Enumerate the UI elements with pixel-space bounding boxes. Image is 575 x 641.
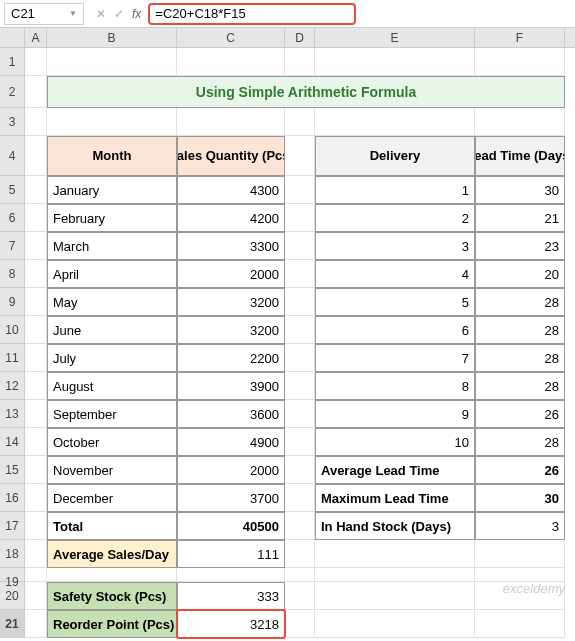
cell-leadtime[interactable]: 28 [475,288,565,316]
cell[interactable] [315,108,475,136]
cell-leadtime[interactable]: 20 [475,260,565,288]
cell[interactable] [285,48,315,76]
cell[interactable] [25,582,47,610]
cell[interactable] [475,540,565,568]
row-header[interactable]: 11 [0,344,25,372]
avg-lead-value[interactable]: 26 [475,456,565,484]
cell[interactable] [315,48,475,76]
cell[interactable] [25,540,47,568]
row-header[interactable]: 17 [0,512,25,540]
cell[interactable] [25,428,47,456]
cell-qty[interactable]: 4900 [177,428,285,456]
header-lead-time[interactable]: Lead Time (Days) [475,136,565,176]
cell-leadtime[interactable]: 28 [475,316,565,344]
header-month[interactable]: Month [47,136,177,176]
cell[interactable] [315,582,475,610]
cell[interactable] [285,288,315,316]
cell[interactable] [25,344,47,372]
cell[interactable] [475,568,565,582]
cell-month[interactable]: January [47,176,177,204]
col-header-D[interactable]: D [285,28,315,47]
row-header[interactable]: 3 [0,108,25,136]
reorder-point-label[interactable]: Reorder Point (Pcs) [47,610,177,638]
row-header[interactable]: 19 [0,568,25,582]
cell[interactable] [25,316,47,344]
cell[interactable] [47,568,177,582]
row-header[interactable]: 8 [0,260,25,288]
cell[interactable] [315,610,475,638]
avg-sales-value[interactable]: 111 [177,540,285,568]
cell-month[interactable]: June [47,316,177,344]
cell-month[interactable]: October [47,428,177,456]
cell[interactable] [25,512,47,540]
max-lead-value[interactable]: 30 [475,484,565,512]
row-header[interactable]: 15 [0,456,25,484]
row-header[interactable]: 13 [0,400,25,428]
cell[interactable] [285,108,315,136]
cell[interactable] [25,108,47,136]
cell[interactable] [25,288,47,316]
row-header[interactable]: 10 [0,316,25,344]
cell-month[interactable]: March [47,232,177,260]
row-header[interactable]: 5 [0,176,25,204]
cell[interactable] [25,372,47,400]
col-header-E[interactable]: E [315,28,475,47]
cell[interactable] [177,568,285,582]
cell[interactable] [25,400,47,428]
safety-stock-value[interactable]: 333 [177,582,285,610]
cell-delivery[interactable]: 8 [315,372,475,400]
cell[interactable] [47,108,177,136]
cell-qty[interactable]: 2000 [177,456,285,484]
max-lead-label[interactable]: Maximum Lead Time [315,484,475,512]
row-header[interactable]: 12 [0,372,25,400]
cell[interactable] [285,136,315,176]
cell-leadtime[interactable]: 21 [475,204,565,232]
cell[interactable] [285,176,315,204]
row-header[interactable]: 20 [0,582,25,610]
cell-qty[interactable]: 3200 [177,316,285,344]
total-label[interactable]: Total [47,512,177,540]
cell-qty[interactable]: 3900 [177,372,285,400]
cell[interactable] [25,456,47,484]
cell[interactable] [25,76,47,108]
cell[interactable] [47,48,177,76]
cell-delivery[interactable]: 6 [315,316,475,344]
col-header-C[interactable]: C [177,28,285,47]
enter-icon[interactable]: ✓ [114,7,124,21]
cell[interactable] [25,484,47,512]
cell-delivery[interactable]: 1 [315,176,475,204]
row-header[interactable]: 7 [0,232,25,260]
reorder-point-value[interactable]: 3218 [177,610,285,638]
cell-month[interactable]: December [47,484,177,512]
row-header[interactable]: 1 [0,48,25,76]
cancel-icon[interactable]: ✕ [96,7,106,21]
cell-leadtime[interactable]: 28 [475,372,565,400]
in-hand-label[interactable]: In Hand Stock (Days) [315,512,475,540]
cell[interactable] [285,232,315,260]
cell-month[interactable]: September [47,400,177,428]
row-header[interactable]: 4 [0,136,25,176]
cell-leadtime[interactable]: 26 [475,400,565,428]
cell[interactable] [285,204,315,232]
chevron-down-icon[interactable]: ▼ [69,9,77,18]
cell-leadtime[interactable]: 30 [475,176,565,204]
cell[interactable] [285,260,315,288]
header-sales-qty[interactable]: Sales Quantity (Pcs) [177,136,285,176]
avg-lead-label[interactable]: Average Lead Time [315,456,475,484]
cell-qty[interactable]: 3300 [177,232,285,260]
cell[interactable] [475,48,565,76]
cell[interactable] [25,204,47,232]
cell[interactable] [285,456,315,484]
col-header-A[interactable]: A [25,28,47,47]
row-header[interactable]: 18 [0,540,25,568]
cell-leadtime[interactable]: 28 [475,428,565,456]
cell-delivery[interactable]: 9 [315,400,475,428]
cell[interactable] [25,260,47,288]
cell-qty[interactable]: 3700 [177,484,285,512]
safety-stock-label[interactable]: Safety Stock (Pcs) [47,582,177,610]
cell[interactable] [315,540,475,568]
in-hand-value[interactable]: 3 [475,512,565,540]
cell[interactable] [285,400,315,428]
cell-month[interactable]: May [47,288,177,316]
row-header[interactable]: 9 [0,288,25,316]
